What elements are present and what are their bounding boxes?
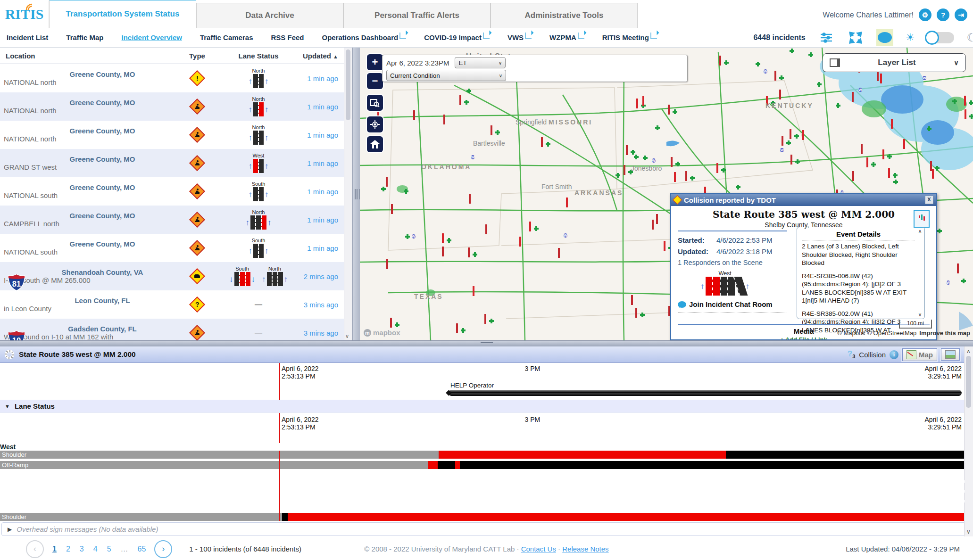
incident-row[interactable]: Greene County, MONATIONAL southSouth↑↑1 … — [0, 234, 352, 262]
weather-marker-icon: W — [780, 145, 784, 153]
incident-row[interactable]: Greene County, MOCAMPBELL northNorth↑↑1 … — [0, 206, 352, 234]
image-icon — [945, 350, 956, 359]
map-view-button[interactable]: Map — [902, 348, 937, 361]
subnav-operations-dashboard[interactable]: Operations Dashboard — [322, 33, 407, 41]
construction-icon — [719, 57, 721, 65]
popup-title-bar[interactable]: Collision reported by TDOT X — [671, 194, 936, 206]
col-type[interactable]: Type — [174, 52, 221, 60]
scroll-down-icon[interactable]: ∨ — [917, 312, 923, 318]
ritis-app: RITIS Transportation System StatusData A… — [0, 0, 973, 560]
traffic-map[interactable]: WWWWWWWWWWWWWWWWWWW United StatesMISSOUR… — [360, 48, 973, 340]
subnav-incident-list[interactable]: Incident List — [7, 33, 48, 41]
collision-diamond-icon — [673, 195, 682, 205]
incident-list-scrollbar[interactable]: ∨ — [344, 48, 352, 340]
footer-center: © 2008 - 2022 University of Maryland CAT… — [0, 545, 973, 553]
warning-icon — [716, 164, 718, 173]
map-zoom-in-button[interactable]: + — [367, 54, 383, 70]
info-icon[interactable]: i — [890, 350, 898, 359]
timezone-select[interactable]: ET∨ — [455, 57, 506, 68]
lane-status-diagram: West↑↑ — [249, 153, 269, 173]
event-details-scrollbar[interactable]: ∧ ∨ — [917, 228, 923, 318]
incident-row[interactable]: Greene County, MONATIONAL north!North↑↑1… — [0, 64, 352, 92]
lane-status-diagram: North↑↑ — [249, 68, 269, 88]
external-link-icon — [399, 33, 406, 39]
incident-row[interactable]: Greene County, MOGRAND ST westWest↑↑1 mi… — [0, 149, 352, 177]
layer-list-dropdown[interactable]: Layer List ∨ — [823, 53, 966, 72]
map-home-button[interactable] — [367, 136, 383, 152]
ritis-logo[interactable]: RITIS — [0, 0, 49, 28]
lane-status-section-header[interactable]: ▼ Lane Status — [0, 400, 965, 412]
chart-icon — [906, 350, 916, 359]
collision-popup: Collision reported by TDOT X State Route… — [670, 193, 937, 340]
incident-row[interactable]: Greene County, MONATIONAL southSouth↑↑1 … — [0, 177, 352, 206]
subnav-wzpma[interactable]: WZPMA — [549, 33, 584, 41]
subnav-traffic-map[interactable]: Traffic Map — [66, 33, 103, 41]
map-label: Fort Smith — [541, 183, 572, 190]
subnav-vws[interactable]: VWS — [507, 33, 532, 41]
detail-panel-header[interactable]: State Route 385 west @ MM 2.000 ?3 Colli… — [0, 346, 965, 363]
col-lane-status[interactable]: Lane Status — [221, 52, 296, 60]
media-view-button[interactable] — [941, 348, 960, 361]
popup-graph-button[interactable] — [914, 210, 930, 228]
incident-row[interactable]: Leon County, FLin Leon County?—3 mins ag… — [0, 290, 352, 319]
unknown-event-icon: ? — [189, 296, 205, 313]
incident-row[interactable]: 10Gadsden County, FLWestbound on I-10 at… — [0, 319, 352, 340]
incident-row[interactable]: Greene County, MONATIONAL northNorth↑↑1 … — [0, 121, 352, 149]
map-box-zoom-button[interactable] — [367, 95, 383, 111]
day-mode-sun-icon: ☀ — [906, 32, 915, 44]
construction-icon — [413, 111, 415, 120]
release-notes-link[interactable]: Release Notes — [562, 545, 608, 553]
external-link-icon — [650, 33, 657, 39]
logout-icon[interactable]: ⇥ — [955, 8, 967, 21]
lane-status-diagram: North↑↑ — [262, 266, 288, 286]
join-chat-link[interactable]: Join Incident Chat Room — [678, 300, 787, 313]
construction-icon — [652, 221, 654, 229]
scroll-up-icon[interactable]: ∧ — [917, 228, 923, 234]
subnav-ritis-meeting[interactable]: RITIS Meeting — [602, 33, 657, 41]
weather-marker-icon: W — [652, 155, 656, 164]
top-tab-bar: RITIS Transportation System StatusData A… — [0, 0, 973, 28]
construction-icon — [877, 72, 879, 81]
weather-marker-icon: W — [564, 230, 567, 239]
subnav-covid-19-impact[interactable]: COVID-19 Impact — [424, 33, 490, 41]
chat-icon[interactable] — [876, 29, 893, 46]
settings-gear-icon[interactable]: ⚙ — [919, 8, 931, 21]
construction-icon — [390, 319, 392, 327]
add-file-link[interactable]: + Add File / Link — [780, 336, 827, 340]
help-operator-bar[interactable] — [449, 390, 962, 396]
col-location[interactable]: Location — [0, 52, 174, 60]
subnav-incident-overview[interactable]: Incident Overview — [122, 33, 182, 41]
construction-icon — [189, 325, 205, 340]
detail-panel-scrollbar[interactable]: ∧ ∨ — [964, 346, 973, 536]
contact-us-link[interactable]: Contact Us — [521, 545, 556, 553]
warning-icon — [674, 173, 676, 181]
incident-row[interactable]: Greene County, MONATIONAL northNorth↑↑1 … — [0, 92, 352, 121]
subnav: Incident ListTraffic MapIncident Overvie… — [0, 28, 973, 48]
tab-administrative-tools[interactable]: Administrative Tools — [491, 3, 638, 28]
tab-personal-traffic-alerts[interactable]: Personal Traffic Alerts — [343, 3, 491, 28]
overhead-signs-section[interactable]: ▶ Overhead sign messages (No data availa… — [1, 522, 970, 536]
tab-data-archive[interactable]: Data Archive — [196, 3, 343, 28]
subnav-rss-feed[interactable]: RSS Feed — [271, 33, 304, 41]
fullscreen-expand-icon[interactable] — [847, 29, 864, 46]
help-icon[interactable]: ? — [937, 8, 949, 21]
incident-row[interactable]: 81Shenandoah County, VAI-81S south @ MM … — [0, 262, 352, 290]
warning-icon — [866, 158, 868, 167]
scroll-up-icon[interactable]: ∧ — [965, 348, 973, 354]
construction-icon — [459, 96, 461, 105]
map-zoom-out-button[interactable]: − — [367, 73, 383, 89]
filter-sliders-icon[interactable] — [818, 29, 835, 46]
warning-icon — [965, 110, 966, 119]
improve-map-link[interactable]: Improve this map — [919, 329, 970, 337]
popup-close-button[interactable]: X — [925, 196, 933, 204]
construction-icon — [391, 205, 393, 214]
scroll-down-icon[interactable]: ∨ — [965, 528, 973, 535]
scroll-down-icon[interactable]: ∨ — [345, 333, 349, 339]
map-locate-button[interactable] — [367, 116, 383, 132]
day-night-toggle[interactable] — [927, 32, 954, 43]
subnav-traffic-cameras[interactable]: Traffic Cameras — [200, 33, 253, 41]
condition-select[interactable]: Current Condition∨ — [386, 70, 506, 81]
expand-triangle-icon[interactable]: ▶ — [8, 526, 12, 533]
collapse-triangle-icon[interactable]: ▼ — [5, 404, 10, 409]
tab-transportation-system-status[interactable]: Transportation System Status — [49, 0, 196, 28]
